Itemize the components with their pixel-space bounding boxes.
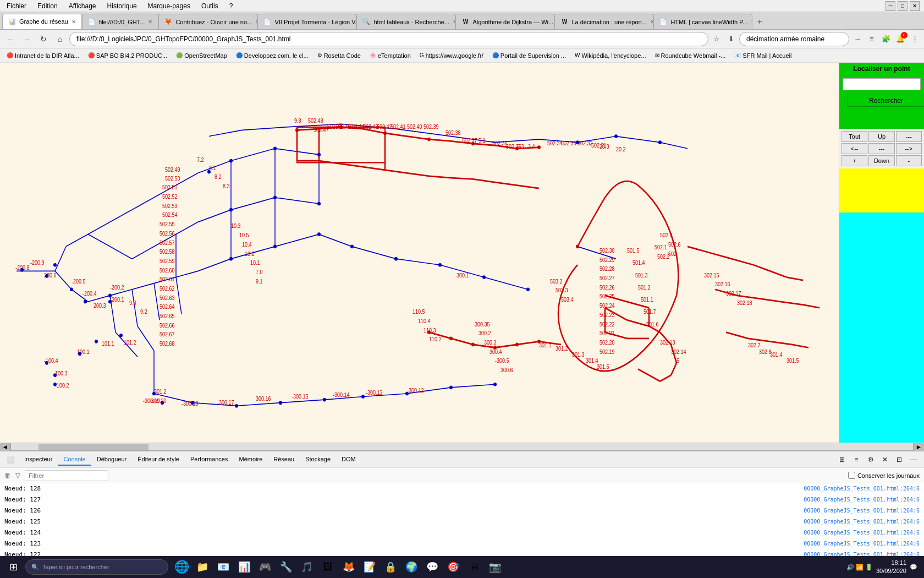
- graph-area[interactable]: -200.8 -200.9 280.6 -200.5 -200.4 200.3 …: [0, 63, 839, 443]
- console-link-1[interactable]: 00000_GrapheJS_Tests_001.html:264:6: [804, 497, 920, 503]
- devtools-layout-icon[interactable]: ⊞: [836, 454, 848, 466]
- conserver-checkbox[interactable]: [848, 472, 855, 479]
- tab-decimation[interactable]: W La décimation : une répon... ✕: [554, 14, 653, 29]
- filter-toggle-icon[interactable]: ▽: [15, 472, 20, 479]
- devtools-popout-icon[interactable]: ⊡: [893, 454, 905, 466]
- download-icon[interactable]: ⬇: [725, 33, 737, 45]
- tab-html-tableaux[interactable]: 🔍 html tableaux - Recherche... ✕: [356, 14, 455, 29]
- bookmark-portail[interactable]: 🔵 Portail de Supervision ...: [489, 51, 569, 60]
- devtools-tab-inspecteur[interactable]: Inspecteur: [19, 454, 58, 466]
- console-link-3[interactable]: 00000_GrapheJS_Tests_001.html:264:6: [804, 519, 920, 525]
- devtools-tab-memoire[interactable]: Mémoire: [233, 454, 268, 466]
- taskbar-app-2[interactable]: 📧: [213, 557, 233, 577]
- tab-close-0[interactable]: ✕: [72, 19, 76, 25]
- bookmark-sap[interactable]: 🔴 SAP BO BI4.2 PRODUC...: [85, 51, 170, 60]
- menu-outils[interactable]: Outils: [199, 1, 221, 11]
- devtools-inspect-icon[interactable]: ⬜: [4, 454, 16, 466]
- scroll-thumb[interactable]: [38, 444, 148, 450]
- taskbar-app-1[interactable]: 📁: [193, 557, 212, 577]
- taskbar-app-3[interactable]: 📊: [234, 557, 254, 577]
- devtools-minimize-icon[interactable]: —: [908, 454, 920, 466]
- menu-help[interactable]: ?: [227, 1, 235, 11]
- taskbar-search[interactable]: 🔍 Taper ici pour rechercher: [25, 559, 168, 575]
- console-filter-input[interactable]: [25, 470, 108, 481]
- devtools-tab-performances[interactable]: Performances: [185, 454, 233, 466]
- devtools-settings-icon[interactable]: ⚙: [865, 454, 877, 466]
- search-go-icon[interactable]: →: [851, 33, 864, 45]
- nav-minus-button[interactable]: -: [896, 155, 922, 166]
- url-input[interactable]: [69, 32, 708, 46]
- taskbar-app-10[interactable]: 🔒: [381, 557, 400, 577]
- nav-down-button[interactable]: Down: [868, 155, 894, 166]
- close-button[interactable]: ✕: [910, 1, 920, 11]
- tab-close-6[interactable]: ✕: [650, 19, 654, 25]
- taskbar-app-6[interactable]: 🎵: [297, 557, 317, 577]
- menu-fichier[interactable]: Fichier: [4, 1, 29, 11]
- tab-tormenta[interactable]: 📄 VII Projet Tormenta - Légion V... ✕: [257, 14, 356, 29]
- bookmark-wikipedia[interactable]: W Wikipédia, l'encyclope...: [571, 51, 650, 60]
- bookmark-rosetta[interactable]: ⚙ Rosetta Code: [314, 51, 364, 60]
- devtools-tab-editeur[interactable]: Éditeur de style: [132, 454, 185, 466]
- taskbar-app-7[interactable]: 🖼: [318, 557, 338, 577]
- console-link-2[interactable]: 00000_GrapheJS_Tests_001.html:264:6: [804, 508, 920, 514]
- taskbar-app-13[interactable]: 🎯: [443, 557, 463, 577]
- menu-affichage[interactable]: Affichage: [67, 1, 98, 11]
- bookmark-sfrmail[interactable]: 📧 SFR Mail | Accueil: [731, 51, 795, 60]
- taskbar-app-14[interactable]: 🖥: [464, 557, 484, 577]
- search-field[interactable]: [843, 78, 921, 90]
- rechercher-button[interactable]: Rechercher: [847, 95, 924, 107]
- tab-graphe-reseau[interactable]: 📊 Graphe du réseau ✕: [2, 14, 82, 29]
- maximize-button[interactable]: □: [898, 1, 908, 11]
- scroll-left-button[interactable]: ◄: [0, 443, 11, 451]
- bookmark-osm[interactable]: 🟢 OpenStreetMap: [173, 51, 230, 60]
- tab-dijkstra[interactable]: W Algorithme de Dijkstra — Wi... ✕: [455, 14, 554, 29]
- minimize-button[interactable]: ─: [886, 1, 895, 11]
- taskbar-app-0[interactable]: 🌐: [172, 557, 191, 577]
- taskbar-app-4[interactable]: 🎮: [255, 557, 275, 577]
- nav-up-button[interactable]: Up: [868, 131, 894, 142]
- menu-marque-pages[interactable]: Marque-pages: [146, 1, 193, 11]
- notifications-icon[interactable]: 🔔 0: [894, 33, 906, 45]
- trash-icon[interactable]: 🗑: [4, 472, 11, 479]
- bookmark-intranet[interactable]: 🔴 Intranet de la DIR Atla...: [3, 51, 82, 60]
- devtools-tab-debogueur[interactable]: Débogueur: [91, 454, 132, 466]
- bookmark-etemptation[interactable]: 🌸 eTemptation: [366, 51, 414, 60]
- devtools-tab-console[interactable]: Console: [58, 454, 91, 466]
- nav-left-button[interactable]: <--: [842, 143, 867, 154]
- reload-button[interactable]: ↻: [36, 32, 51, 46]
- tab-file[interactable]: 📄 file:///D:/0_GHT... ✕: [82, 14, 159, 29]
- nav-right-button[interactable]: -->: [896, 143, 922, 154]
- start-button[interactable]: ⊞: [2, 557, 24, 577]
- taskbar-app-5[interactable]: 🔧: [276, 557, 296, 577]
- taskbar-app-8[interactable]: 🦊: [339, 557, 359, 577]
- nav-plus-button[interactable]: +: [842, 155, 867, 166]
- devtools-tab-dom[interactable]: DOM: [336, 454, 361, 466]
- tab-close-1[interactable]: ✕: [148, 19, 152, 25]
- extensions-icon[interactable]: 🧩: [880, 33, 892, 45]
- bookmark-star-icon[interactable]: ☆: [711, 33, 723, 45]
- devtools-filter-icon[interactable]: ≡: [850, 454, 862, 466]
- tab-contribuez[interactable]: 🦊 Contribuez - Ouvrir une no... ✕: [158, 14, 257, 29]
- horizontal-scrollbar[interactable]: ◄ ►: [0, 443, 924, 450]
- back-button[interactable]: ←: [3, 32, 18, 46]
- notification-icon[interactable]: 💬: [910, 564, 917, 571]
- nav-dash2-button[interactable]: ---: [868, 143, 894, 154]
- devtools-close-icon[interactable]: ✕: [879, 454, 891, 466]
- devtools-tab-stockage[interactable]: Stockage: [300, 454, 336, 466]
- new-tab-button[interactable]: +: [752, 15, 767, 29]
- forward-button[interactable]: →: [20, 32, 34, 46]
- taskbar-app-15[interactable]: 📷: [485, 557, 505, 577]
- home-button[interactable]: ⌂: [53, 32, 67, 46]
- taskbar-app-12[interactable]: 💬: [422, 557, 442, 577]
- menu-edition[interactable]: Edition: [35, 1, 60, 11]
- console-link-5[interactable]: 00000_GrapheJS_Tests_001.html:264:6: [804, 541, 920, 547]
- nav-dash1-button[interactable]: ---: [896, 131, 922, 142]
- scroll-right-button[interactable]: ►: [913, 443, 924, 451]
- devtools-tab-reseau[interactable]: Réseau: [268, 454, 300, 466]
- nav-tout-button[interactable]: Tout: [842, 131, 867, 142]
- console-link-0[interactable]: 00000_GrapheJS_Tests_001.html:264:6: [804, 486, 920, 492]
- bookmark-roundcube[interactable]: ✉ Roundcube Webmail -...: [652, 51, 729, 60]
- menu-dots-icon[interactable]: ⋮: [909, 33, 921, 45]
- bookmark-google[interactable]: G https://www.google.fr/: [416, 51, 487, 60]
- taskbar-app-9[interactable]: 📝: [360, 557, 380, 577]
